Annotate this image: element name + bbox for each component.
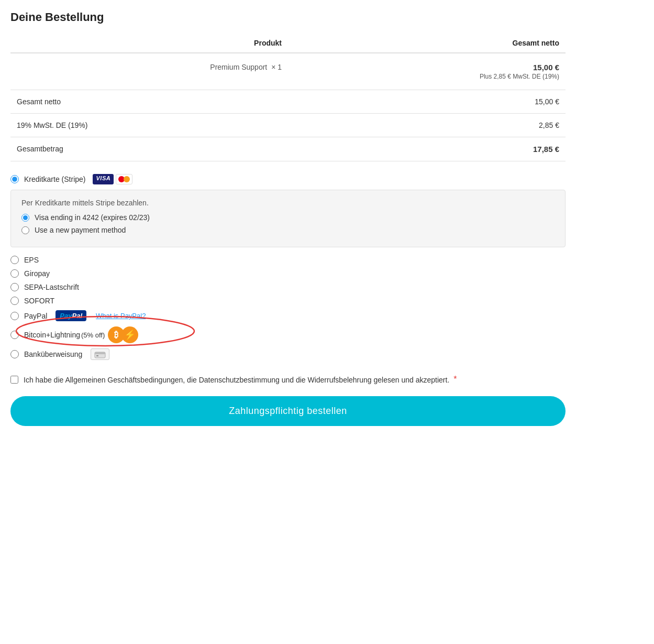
product-qty: × 1 [271,63,282,71]
bitcoin-radio[interactable] [10,331,19,339]
kreditkarte-radio[interactable] [10,175,19,183]
total-value: 17,85 € [288,137,566,161]
svg-rect-3 [96,355,98,356]
eps-option[interactable]: EPS [10,256,566,264]
bank-transfer-icon [94,350,106,358]
giropay-option[interactable]: Giropay [10,269,566,278]
what-is-paypal-link[interactable]: What is PayPal? [96,312,146,320]
sepa-option[interactable]: SEPA-Lastschrift [10,283,566,291]
required-star: * [453,375,457,384]
bank-icon [91,348,109,360]
svg-rect-2 [95,352,105,354]
paypal-label[interactable]: PayPal [24,312,47,320]
bitcoin-label[interactable]: Bitcoin+Lightning(5% off) [24,331,105,339]
kreditkarte-option[interactable]: Kreditkarte (Stripe) VISA [10,174,566,184]
card-icons: VISA [93,174,132,184]
net-value: 15,00 € [288,90,566,114]
net-row: Gesamt netto 15,00 € [10,90,566,114]
bitcoin-discount: (5% off) [81,331,105,339]
payment-section: Kreditkarte (Stripe) VISA Per Kreditkart… [10,174,566,360]
tax-label: 19% MwSt. DE (19%) [10,114,288,137]
sofort-radio[interactable] [10,297,19,305]
giropay-radio[interactable] [10,269,19,278]
eps-radio[interactable] [10,256,19,264]
new-method-option[interactable]: Use a new payment method [21,226,555,234]
new-method-radio[interactable] [21,226,29,234]
terms-checkbox[interactable] [10,376,18,384]
product-tax-note: Plus 2,85 € MwSt. DE (19%) [294,73,559,80]
bitcoin-icon: ₿ [108,326,125,343]
new-method-label[interactable]: Use a new payment method [35,226,126,234]
product-name-cell: Premium Support × 1 [10,53,288,90]
total-label: Gesamtbetrag [10,137,288,161]
product-price-cell: 15,00 € Plus 2,85 € MwSt. DE (19%) [288,53,566,90]
kreditkarte-label[interactable]: Kreditkarte (Stripe) [24,175,85,183]
submit-button[interactable]: Zahlungspflichtig bestellen [10,396,566,426]
bank-label[interactable]: Banküberweisung [24,350,82,358]
paypal-radio[interactable] [10,312,19,320]
mastercard-icon [116,174,132,184]
visa-existing-label[interactable]: Visa ending in 4242 (expires 02/23) [35,213,150,222]
tax-value: 2,85 € [288,114,566,137]
visa-existing-option[interactable]: Visa ending in 4242 (expires 02/23) [21,213,555,222]
terms-section: Ich habe die Allgemeinen Geschäftsbeding… [10,375,566,386]
stripe-info: Per Kreditkarte mittels Stripe bezahlen. [21,199,555,207]
bank-radio[interactable] [10,350,19,358]
eps-label[interactable]: EPS [24,256,39,264]
paypal-icon: Pay Pal [56,310,86,321]
net-label: Gesamt netto [10,90,288,114]
order-table: Produkt Gesamt netto Premium Support × 1… [10,34,566,161]
col-product-header: Produkt [10,34,288,53]
sepa-radio[interactable] [10,283,19,291]
product-price: 15,00 € [294,63,559,72]
bitcoin-icons: ₿ ⚡ [108,326,138,343]
sepa-label[interactable]: SEPA-Lastschrift [24,283,79,291]
tax-row: 19% MwSt. DE (19%) 2,85 € [10,114,566,137]
page-title: Deine Bestellung [10,10,566,24]
sofort-option[interactable]: SOFORT [10,297,566,305]
sofort-label[interactable]: SOFORT [24,297,54,305]
total-row: Gesamtbetrag 17,85 € [10,137,566,161]
visa-icon: VISA [93,174,114,184]
col-total-header: Gesamt netto [288,34,566,53]
bitcoin-option[interactable]: Bitcoin+Lightning(5% off) ₿ ⚡ [10,326,566,343]
terms-text[interactable]: Ich habe die Allgemeinen Geschäftsbeding… [24,375,449,386]
visa-existing-radio[interactable] [21,214,29,222]
giropay-label[interactable]: Giropay [24,269,50,278]
stripe-panel: Per Kreditkarte mittels Stripe bezahlen.… [10,190,566,247]
product-name: Premium Support [210,63,267,71]
paypal-option[interactable]: PayPal Pay Pal What is PayPal? [10,310,566,321]
bank-option[interactable]: Banküberweisung [10,348,566,360]
product-row: Premium Support × 1 15,00 € Plus 2,85 € … [10,53,566,90]
